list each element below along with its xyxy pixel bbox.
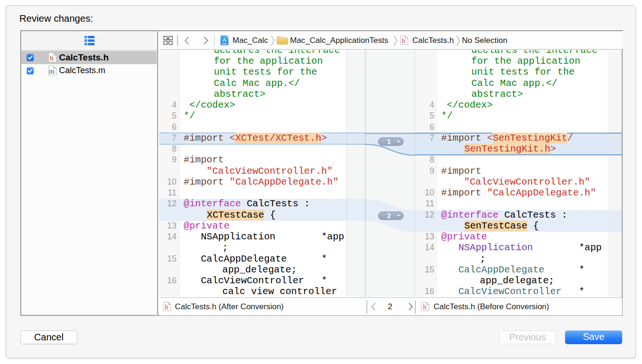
svg-text:h: h [423,304,426,311]
svg-text:h: h [402,37,405,44]
svg-text:h: h [165,304,168,311]
svg-text:m: m [49,67,55,75]
svg-text:h: h [50,54,54,61]
